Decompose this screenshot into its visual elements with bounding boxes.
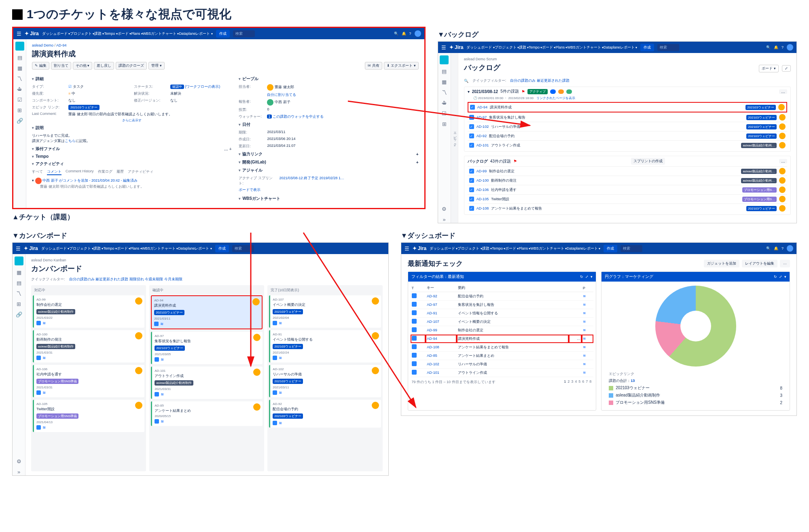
- section-dev[interactable]: 開発(GitLab)+: [239, 159, 418, 165]
- nav-item[interactable]: Tempo: [492, 246, 505, 250]
- rail-link-icon[interactable]: 🔗: [15, 311, 23, 318]
- section-wbs[interactable]: WBSガントチャート: [239, 196, 418, 201]
- nav-item[interactable]: ボード: [505, 246, 519, 250]
- dashboard-menu-icon[interactable]: …: [780, 260, 790, 267]
- section-details[interactable]: 詳細: [32, 76, 231, 82]
- app-switcher-icon[interactable]: ☰: [16, 246, 21, 252]
- table-row[interactable]: AD-97 集客状況を集計し報告 ≋: [411, 301, 594, 309]
- table-header[interactable]: [569, 284, 582, 292]
- row-key[interactable]: AD-108: [426, 343, 457, 352]
- page-number[interactable]: 1: [564, 379, 566, 384]
- rail-release-icon[interactable]: ⛴: [441, 99, 448, 106]
- backlog-row[interactable]: ✓ AD-105 Twitter開設 プロモーション用S…: [468, 194, 787, 203]
- assignee-avatar[interactable]: [779, 205, 786, 212]
- create-sprint-button[interactable]: スプリントの作成: [631, 158, 665, 165]
- assignee-avatar[interactable]: [779, 114, 786, 121]
- rail-settings-icon[interactable]: ⚙: [441, 205, 448, 212]
- kanban-card[interactable]: AD-97 集客状況を集計し報告 202103ウェビナー 2021/03/05 …: [151, 332, 263, 364]
- nav-item[interactable]: Tempo: [104, 32, 117, 36]
- app-switcher-icon[interactable]: ☰: [441, 45, 446, 51]
- toolbar-button[interactable]: その他 ▾: [73, 62, 93, 70]
- nav-item[interactable]: ダッシュボード: [466, 45, 494, 49]
- nav-item[interactable]: プロジェクト: [457, 246, 482, 250]
- activity-tab[interactable]: 作業ログ: [98, 169, 112, 175]
- nav-item[interactable]: 課題: [93, 246, 103, 250]
- issue-key[interactable]: AD-97: [477, 115, 487, 119]
- view-on-board[interactable]: ボードで表示: [239, 187, 418, 193]
- nav-item[interactable]: Plans: [130, 246, 142, 250]
- nav-item[interactable]: Dataplaneレポート: [567, 246, 600, 250]
- kanban-card[interactable]: AD-101 アウトライン作成 aslead製品紹介動画制作 2021/03/3…: [151, 367, 263, 399]
- table-row[interactable]: AD-107 イベント概要の決定 ≋: [411, 318, 594, 326]
- toolbar-button[interactable]: 課題のクローズ: [116, 62, 147, 70]
- issue-key[interactable]: AD-108: [477, 206, 489, 210]
- toolbar-button[interactable]: 管理 ▾: [148, 62, 165, 70]
- search-input[interactable]: 検索: [233, 30, 255, 37]
- epic-badge[interactable]: 202103ウェビナー: [746, 124, 777, 129]
- activity-tab[interactable]: 履歴: [116, 169, 124, 175]
- epic-badge[interactable]: プロモーション用S…: [742, 197, 777, 202]
- quick-filter[interactable]: 自分の課題のみ: [510, 78, 536, 83]
- quick-filter[interactable]: 最近更新された課題: [537, 78, 570, 83]
- search-icon[interactable]: 🔍: [394, 32, 398, 36]
- page-number[interactable]: 2: [568, 379, 570, 384]
- page-number[interactable]: 5: [578, 379, 580, 384]
- table-header[interactable]: 要約: [457, 284, 569, 292]
- epic-badge[interactable]: 202103ウェビナー: [746, 115, 777, 120]
- avatar-icon[interactable]: [415, 30, 421, 37]
- app-switcher-icon[interactable]: ☰: [17, 31, 21, 37]
- kanban-card[interactable]: AD-99 制作会社の選定 aslead製品紹介動画制作 2021/03/22 …: [33, 295, 144, 328]
- nav-item[interactable]: WBSガントチャート: [567, 45, 604, 49]
- table-row[interactable]: AD-99 制作会社の選定 ≋: [411, 326, 594, 335]
- kanban-card[interactable]: AD-105 Twitter開設 プロモーション用SNS準備 2021/04/1…: [33, 400, 144, 432]
- fullscreen-icon[interactable]: ⤢: [782, 65, 791, 72]
- rail-report-icon[interactable]: 〽: [441, 89, 448, 96]
- epic-panel-toggle[interactable]: エピック ›: [452, 130, 457, 146]
- share-button[interactable]: ✉ 共有: [365, 62, 382, 70]
- backlog-row[interactable]: ✓ AD-94 講演資料作成 202103ウェビナー: [468, 102, 787, 112]
- rail-release-icon[interactable]: ⛴: [16, 85, 23, 93]
- nav-item[interactable]: WBSガントチャート: [143, 32, 179, 36]
- rail-collapse-icon[interactable]: »: [441, 216, 448, 223]
- page-number[interactable]: 6: [582, 379, 584, 384]
- epic-badge[interactable]: 202103ウェビナー: [746, 206, 777, 211]
- create-button[interactable]: 作成: [640, 44, 654, 51]
- kanban-card[interactable]: AD-100 動画制作の発注 aslead製品紹介動画制作 2021/03/31…: [33, 330, 144, 362]
- breadcrumb-project[interactable]: aslead Demo: [32, 43, 53, 47]
- gadget-menu-icon[interactable]: ▾: [591, 275, 593, 279]
- legend-row[interactable]: プロモーション用SNS準備 2: [606, 399, 786, 406]
- breadcrumb-key[interactable]: AD-94: [56, 43, 67, 47]
- nav-item[interactable]: ダッシュボード: [41, 246, 69, 250]
- kanban-card[interactable]: AD-92 配信会場の予約 202103ウェビナー ≋: [269, 400, 381, 428]
- kanban-card[interactable]: AD-94 講演資料作成 202103ウェビナー 2021/03/11 ≋: [151, 295, 263, 329]
- linked-pages-link[interactable]: リンクされたページを表示: [536, 96, 575, 100]
- nav-item[interactable]: 課題: [482, 246, 492, 250]
- search-input[interactable]: 検索: [657, 44, 679, 51]
- activity-tab[interactable]: Comment History: [66, 169, 94, 175]
- rail-backlog-icon[interactable]: ▤: [15, 279, 23, 286]
- epic-badge[interactable]: 202103ウェビナー: [746, 134, 777, 139]
- table-row[interactable]: AD-108 アンケート結果をまとめて報告 ≋: [411, 343, 594, 352]
- avatar-icon[interactable]: [787, 245, 793, 252]
- table-header[interactable]: P: [582, 284, 593, 292]
- stop-watch-link[interactable]: この課題のウォッチを中止する: [273, 114, 324, 119]
- rail-board-icon[interactable]: ▦: [441, 78, 448, 85]
- avatar-icon[interactable]: [787, 44, 793, 51]
- jira-logo[interactable]: ✦ Jira: [413, 246, 427, 251]
- issue-key[interactable]: AD-101: [477, 143, 489, 147]
- assignee-avatar[interactable]: [779, 123, 786, 130]
- gadget-expand-icon[interactable]: ⤢: [779, 275, 782, 279]
- legend-row[interactable]: aslead製品紹介動画制作 3: [606, 392, 786, 399]
- notification-icon[interactable]: 🔔: [774, 246, 778, 250]
- app-switcher-icon[interactable]: ☰: [404, 246, 409, 252]
- create-button[interactable]: 作成: [215, 245, 229, 252]
- assignee-avatar[interactable]: [779, 142, 786, 148]
- jira-logo[interactable]: ✦ Jira: [25, 31, 39, 36]
- issue-key[interactable]: AD-102: [477, 125, 489, 129]
- project-icon[interactable]: [15, 256, 23, 265]
- edit-layout-button[interactable]: レイアウトを編集: [742, 260, 777, 267]
- backlog-menu-icon[interactable]: …: [779, 159, 787, 163]
- page-number[interactable]: 4: [575, 379, 577, 384]
- section-activity[interactable]: アクティビティ: [32, 161, 231, 167]
- nav-item[interactable]: Tempo: [103, 246, 116, 250]
